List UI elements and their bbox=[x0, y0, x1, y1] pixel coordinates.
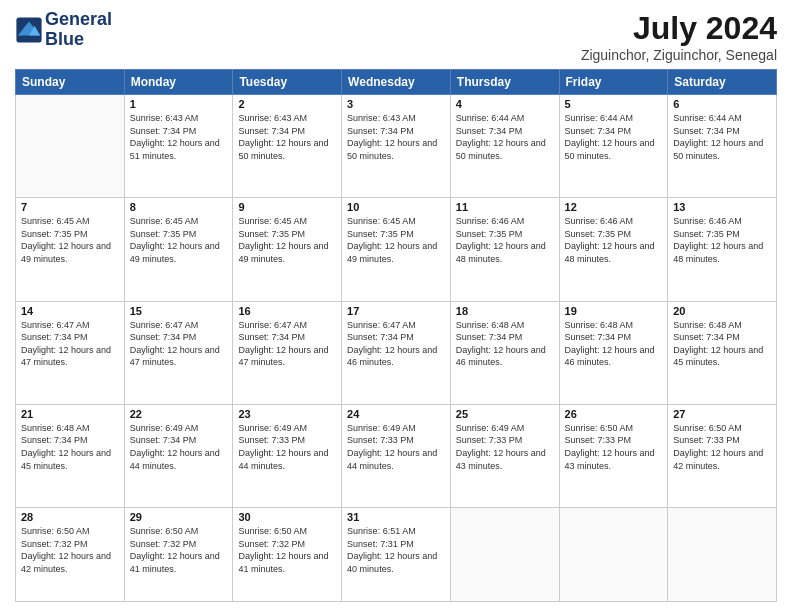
calendar-cell: 7Sunrise: 6:45 AMSunset: 7:35 PMDaylight… bbox=[16, 198, 125, 301]
calendar-cell: 21Sunrise: 6:48 AMSunset: 7:34 PMDayligh… bbox=[16, 404, 125, 507]
calendar-cell bbox=[668, 508, 777, 602]
calendar-cell: 12Sunrise: 6:46 AMSunset: 7:35 PMDayligh… bbox=[559, 198, 668, 301]
calendar-cell: 8Sunrise: 6:45 AMSunset: 7:35 PMDaylight… bbox=[124, 198, 233, 301]
logo-line2: Blue bbox=[45, 30, 112, 50]
day-detail: Sunrise: 6:48 AMSunset: 7:34 PMDaylight:… bbox=[565, 319, 663, 369]
day-detail: Sunrise: 6:49 AMSunset: 7:33 PMDaylight:… bbox=[456, 422, 554, 472]
col-header-wednesday: Wednesday bbox=[342, 70, 451, 95]
calendar-cell: 25Sunrise: 6:49 AMSunset: 7:33 PMDayligh… bbox=[450, 404, 559, 507]
day-number: 5 bbox=[565, 98, 663, 110]
day-number: 18 bbox=[456, 305, 554, 317]
calendar-cell bbox=[559, 508, 668, 602]
day-detail: Sunrise: 6:46 AMSunset: 7:35 PMDaylight:… bbox=[565, 215, 663, 265]
day-number: 13 bbox=[673, 201, 771, 213]
day-detail: Sunrise: 6:47 AMSunset: 7:34 PMDaylight:… bbox=[130, 319, 228, 369]
calendar-cell: 30Sunrise: 6:50 AMSunset: 7:32 PMDayligh… bbox=[233, 508, 342, 602]
day-detail: Sunrise: 6:45 AMSunset: 7:35 PMDaylight:… bbox=[21, 215, 119, 265]
day-detail: Sunrise: 6:43 AMSunset: 7:34 PMDaylight:… bbox=[130, 112, 228, 162]
day-number: 26 bbox=[565, 408, 663, 420]
day-detail: Sunrise: 6:46 AMSunset: 7:35 PMDaylight:… bbox=[673, 215, 771, 265]
calendar-cell: 18Sunrise: 6:48 AMSunset: 7:34 PMDayligh… bbox=[450, 301, 559, 404]
day-number: 11 bbox=[456, 201, 554, 213]
title-block: July 2024 Ziguinchor, Ziguinchor, Senega… bbox=[581, 10, 777, 63]
calendar-cell: 11Sunrise: 6:46 AMSunset: 7:35 PMDayligh… bbox=[450, 198, 559, 301]
calendar-cell: 5Sunrise: 6:44 AMSunset: 7:34 PMDaylight… bbox=[559, 95, 668, 198]
calendar-cell: 24Sunrise: 6:49 AMSunset: 7:33 PMDayligh… bbox=[342, 404, 451, 507]
day-detail: Sunrise: 6:49 AMSunset: 7:34 PMDaylight:… bbox=[130, 422, 228, 472]
calendar-cell: 10Sunrise: 6:45 AMSunset: 7:35 PMDayligh… bbox=[342, 198, 451, 301]
day-number: 19 bbox=[565, 305, 663, 317]
day-detail: Sunrise: 6:44 AMSunset: 7:34 PMDaylight:… bbox=[565, 112, 663, 162]
calendar-cell: 9Sunrise: 6:45 AMSunset: 7:35 PMDaylight… bbox=[233, 198, 342, 301]
day-detail: Sunrise: 6:48 AMSunset: 7:34 PMDaylight:… bbox=[456, 319, 554, 369]
day-detail: Sunrise: 6:50 AMSunset: 7:32 PMDaylight:… bbox=[130, 525, 228, 575]
day-detail: Sunrise: 6:48 AMSunset: 7:34 PMDaylight:… bbox=[673, 319, 771, 369]
day-number: 1 bbox=[130, 98, 228, 110]
calendar-cell: 19Sunrise: 6:48 AMSunset: 7:34 PMDayligh… bbox=[559, 301, 668, 404]
calendar-cell: 1Sunrise: 6:43 AMSunset: 7:34 PMDaylight… bbox=[124, 95, 233, 198]
day-number: 23 bbox=[238, 408, 336, 420]
calendar-cell bbox=[16, 95, 125, 198]
calendar-cell: 17Sunrise: 6:47 AMSunset: 7:34 PMDayligh… bbox=[342, 301, 451, 404]
calendar-cell: 27Sunrise: 6:50 AMSunset: 7:33 PMDayligh… bbox=[668, 404, 777, 507]
day-number: 16 bbox=[238, 305, 336, 317]
day-detail: Sunrise: 6:47 AMSunset: 7:34 PMDaylight:… bbox=[347, 319, 445, 369]
calendar-cell: 20Sunrise: 6:48 AMSunset: 7:34 PMDayligh… bbox=[668, 301, 777, 404]
day-number: 6 bbox=[673, 98, 771, 110]
calendar-cell: 2Sunrise: 6:43 AMSunset: 7:34 PMDaylight… bbox=[233, 95, 342, 198]
col-header-sunday: Sunday bbox=[16, 70, 125, 95]
col-header-monday: Monday bbox=[124, 70, 233, 95]
day-detail: Sunrise: 6:48 AMSunset: 7:34 PMDaylight:… bbox=[21, 422, 119, 472]
day-number: 24 bbox=[347, 408, 445, 420]
day-detail: Sunrise: 6:50 AMSunset: 7:32 PMDaylight:… bbox=[238, 525, 336, 575]
day-number: 17 bbox=[347, 305, 445, 317]
day-number: 12 bbox=[565, 201, 663, 213]
day-detail: Sunrise: 6:43 AMSunset: 7:34 PMDaylight:… bbox=[347, 112, 445, 162]
day-detail: Sunrise: 6:51 AMSunset: 7:31 PMDaylight:… bbox=[347, 525, 445, 575]
page: General Blue July 2024 Ziguinchor, Zigui… bbox=[0, 0, 792, 612]
day-number: 2 bbox=[238, 98, 336, 110]
day-number: 27 bbox=[673, 408, 771, 420]
day-detail: Sunrise: 6:47 AMSunset: 7:34 PMDaylight:… bbox=[21, 319, 119, 369]
calendar-table: SundayMondayTuesdayWednesdayThursdayFrid… bbox=[15, 69, 777, 602]
day-number: 28 bbox=[21, 511, 119, 523]
day-detail: Sunrise: 6:45 AMSunset: 7:35 PMDaylight:… bbox=[238, 215, 336, 265]
header: General Blue July 2024 Ziguinchor, Zigui… bbox=[15, 10, 777, 63]
day-detail: Sunrise: 6:50 AMSunset: 7:33 PMDaylight:… bbox=[565, 422, 663, 472]
day-detail: Sunrise: 6:44 AMSunset: 7:34 PMDaylight:… bbox=[456, 112, 554, 162]
logo: General Blue bbox=[15, 10, 112, 50]
day-detail: Sunrise: 6:49 AMSunset: 7:33 PMDaylight:… bbox=[347, 422, 445, 472]
day-number: 22 bbox=[130, 408, 228, 420]
calendar-cell: 23Sunrise: 6:49 AMSunset: 7:33 PMDayligh… bbox=[233, 404, 342, 507]
day-number: 15 bbox=[130, 305, 228, 317]
calendar-cell: 29Sunrise: 6:50 AMSunset: 7:32 PMDayligh… bbox=[124, 508, 233, 602]
calendar-cell: 14Sunrise: 6:47 AMSunset: 7:34 PMDayligh… bbox=[16, 301, 125, 404]
calendar-cell: 3Sunrise: 6:43 AMSunset: 7:34 PMDaylight… bbox=[342, 95, 451, 198]
day-detail: Sunrise: 6:49 AMSunset: 7:33 PMDaylight:… bbox=[238, 422, 336, 472]
logo-text: General Blue bbox=[45, 10, 112, 50]
day-number: 31 bbox=[347, 511, 445, 523]
day-detail: Sunrise: 6:45 AMSunset: 7:35 PMDaylight:… bbox=[347, 215, 445, 265]
day-number: 21 bbox=[21, 408, 119, 420]
day-number: 8 bbox=[130, 201, 228, 213]
generalblue-logo-icon bbox=[15, 16, 43, 44]
calendar-cell: 15Sunrise: 6:47 AMSunset: 7:34 PMDayligh… bbox=[124, 301, 233, 404]
day-number: 10 bbox=[347, 201, 445, 213]
day-number: 7 bbox=[21, 201, 119, 213]
day-number: 14 bbox=[21, 305, 119, 317]
location-subtitle: Ziguinchor, Ziguinchor, Senegal bbox=[581, 47, 777, 63]
month-title: July 2024 bbox=[581, 10, 777, 47]
day-number: 3 bbox=[347, 98, 445, 110]
day-number: 29 bbox=[130, 511, 228, 523]
calendar-cell: 26Sunrise: 6:50 AMSunset: 7:33 PMDayligh… bbox=[559, 404, 668, 507]
day-detail: Sunrise: 6:43 AMSunset: 7:34 PMDaylight:… bbox=[238, 112, 336, 162]
day-detail: Sunrise: 6:46 AMSunset: 7:35 PMDaylight:… bbox=[456, 215, 554, 265]
day-number: 4 bbox=[456, 98, 554, 110]
calendar-cell: 13Sunrise: 6:46 AMSunset: 7:35 PMDayligh… bbox=[668, 198, 777, 301]
day-number: 30 bbox=[238, 511, 336, 523]
day-number: 20 bbox=[673, 305, 771, 317]
calendar-cell: 31Sunrise: 6:51 AMSunset: 7:31 PMDayligh… bbox=[342, 508, 451, 602]
col-header-saturday: Saturday bbox=[668, 70, 777, 95]
col-header-friday: Friday bbox=[559, 70, 668, 95]
calendar-cell: 6Sunrise: 6:44 AMSunset: 7:34 PMDaylight… bbox=[668, 95, 777, 198]
